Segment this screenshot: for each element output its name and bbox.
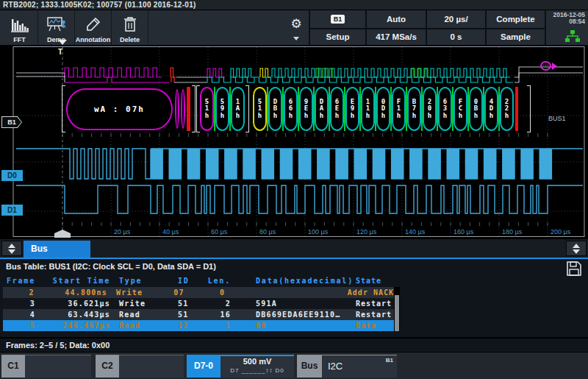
decode-data-frame: 0Dh — [376, 87, 390, 131]
tab-bus[interactable]: Bus — [24, 241, 90, 258]
waveform-display: T B1 D0 D1 wA : 07h 51h59h1Ah51hDBh66h9E… — [0, 46, 588, 239]
time-axis-label: 160 µs — [453, 228, 473, 235]
bus-table-row[interactable]: 463.443µsRead5116DB669EDA6EE9110…Restart — [3, 309, 394, 320]
cell-start_time: 36.621µs — [35, 300, 110, 308]
decode-data-frame: 63h — [438, 87, 452, 131]
cell-type: Read — [119, 322, 168, 330]
decode-stop-bar — [515, 87, 518, 131]
cell-frame: 3 — [3, 300, 35, 308]
frame-char: h — [304, 113, 308, 120]
cell-data: DB669EDA6EE9110… — [256, 311, 348, 319]
column-header: Frame — [3, 277, 35, 285]
decode-data-frame: 51h — [253, 87, 267, 131]
result-tab-bar: Bus — [0, 239, 588, 258]
digital-group-scale: 500 mV — [220, 356, 294, 367]
cell-type: Read — [119, 311, 168, 319]
decode-layer: wA : 07h 51h59h1Ah51hDBh66h9EhDAh6EhE9h1… — [0, 46, 588, 239]
column-header: Len. — [200, 277, 231, 285]
settings-button[interactable]: ⚙ — [287, 13, 306, 46]
cell-start_time: 44.800ns — [35, 288, 107, 297]
delete-button[interactable]: Delete — [112, 10, 148, 45]
decode-data-frame: FCh — [453, 87, 467, 131]
b1-badge: B1 — [331, 15, 345, 24]
channel-c2-box[interactable] — [119, 355, 184, 378]
save-icon[interactable] — [566, 261, 582, 280]
acquisition-status-cell[interactable]: Complete — [485, 10, 545, 28]
column-header: Start Time — [35, 277, 110, 285]
decode-data-frame: DAh — [315, 87, 329, 131]
scrollbar-thumb[interactable] — [395, 295, 399, 331]
decode-data-frame: 0Bh — [469, 87, 483, 131]
decode-bracket — [62, 85, 65, 132]
digital-group-range: D7 ______↕↕ D0 — [220, 367, 294, 375]
toolbar-button-label: FFT — [13, 36, 26, 43]
digital-group-tab[interactable]: D7-0 — [187, 355, 220, 378]
fft-button[interactable]: FFT — [1, 10, 38, 45]
time-axis-label: 40 µs — [162, 228, 179, 235]
timebase-cell[interactable]: 20 µs/ — [426, 10, 485, 28]
decode-data-frame: 66h — [284, 87, 298, 131]
column-header: Type — [119, 277, 168, 285]
annotation-button[interactable]: Annotation — [75, 10, 112, 45]
time-text: 08:54 — [546, 18, 585, 25]
time-axis-label: 20 µs — [114, 228, 130, 235]
time-axis-label: 80 µs — [259, 228, 276, 235]
frame-char: h — [412, 113, 416, 120]
channel-c1-box[interactable] — [25, 355, 91, 378]
frame-char: h — [258, 113, 262, 120]
bus-type-label: I2C — [328, 361, 343, 372]
trigger-position-marker-top[interactable] — [58, 40, 67, 45]
frame-char: h — [236, 113, 240, 120]
tab-scroll-right-control[interactable] — [566, 241, 587, 256]
acquisition-mode-cell[interactable]: Sample — [485, 28, 545, 46]
arrow-down-icon — [8, 249, 15, 254]
bus-type-box[interactable]: I2C B1 — [322, 355, 397, 378]
bus1-track-label: BUS1 — [548, 115, 566, 122]
decode-data-frame: 6Eh — [330, 87, 344, 131]
frame-char: h — [273, 113, 277, 120]
lan-network-icon — [564, 29, 581, 44]
sample-rate-cell[interactable]: 417 MSa/s — [365, 28, 426, 46]
cell-start_time: 63.443µs — [35, 311, 110, 319]
toolbar-button-label: Annotation — [76, 36, 111, 43]
bus-table-row[interactable]: 244.800nsWrite070Addr NACK — [3, 287, 394, 298]
bus-table-row[interactable]: 336.621µsWrite512591ARestart — [3, 298, 394, 309]
delete-icon — [123, 16, 137, 35]
cell-id: 12 — [178, 322, 200, 330]
cell-type: Write — [116, 288, 163, 297]
bus-table-header: FrameStart TimeTypeIDLen.Data(hexadecima… — [3, 275, 394, 286]
table-scrollbar[interactable] — [394, 287, 400, 331]
time-axis-label: 120 µs — [356, 228, 376, 235]
digital-group-box[interactable]: 500 mV D7 ______↕↕ D0 — [220, 355, 294, 378]
cell-frame: 2 — [3, 288, 35, 297]
horizontal-position-cell[interactable]: 0 s — [426, 28, 485, 46]
tab-scroll-left-control[interactable] — [1, 241, 22, 256]
toolbar: FFTDemoAnnotationDelete ⚙ B1 Auto 20 µs/… — [0, 10, 588, 46]
decode-nack-bar — [187, 87, 190, 131]
channel-c2-tab[interactable]: C2 — [96, 355, 119, 378]
column-header: ID — [178, 277, 200, 285]
gear-icon: ⚙ — [290, 13, 301, 35]
column-header: Data(hexadecimal) — [256, 277, 348, 285]
bus-badge-cell[interactable]: B1 — [309, 10, 365, 28]
demo-button[interactable]: Demo — [38, 10, 75, 45]
bus-tab[interactable]: Bus — [297, 355, 322, 378]
oscilloscope-screen: RTB2002; 1333.1005K02; 100757 (01.100 20… — [0, 0, 588, 379]
bus-table-panel: Bus Table: BUS1 (I2C: Clock SCL = D0, Da… — [0, 259, 588, 337]
serial-pattern-trigger-icon: ··· — [540, 61, 557, 71]
channel-c1-tab[interactable]: C1 — [1, 355, 25, 378]
setup-cell[interactable]: Setup — [309, 28, 365, 46]
bus-table-row[interactable]: 5246.467µsRead12100Data — [3, 320, 394, 331]
decode-data-frame: 20h — [423, 87, 437, 131]
status-grid: B1 Auto 20 µs/ Complete Setup 417 MSa/s … — [309, 10, 545, 45]
decode-data-frame: 22h — [500, 87, 514, 131]
trigger-mode-cell[interactable]: Auto — [365, 10, 426, 28]
decode-data-frame: E9h — [345, 87, 359, 131]
annotation-icon — [85, 16, 101, 35]
cell-data: 591A — [256, 300, 348, 308]
time-axis-label: 60 µs — [211, 228, 227, 235]
arrow-up-icon — [573, 244, 580, 248]
cell-state: Restart — [356, 300, 394, 308]
decode-data-frame: 4Dh — [484, 87, 498, 131]
datetime-display: 2016-12-05 08:54 — [545, 10, 588, 45]
